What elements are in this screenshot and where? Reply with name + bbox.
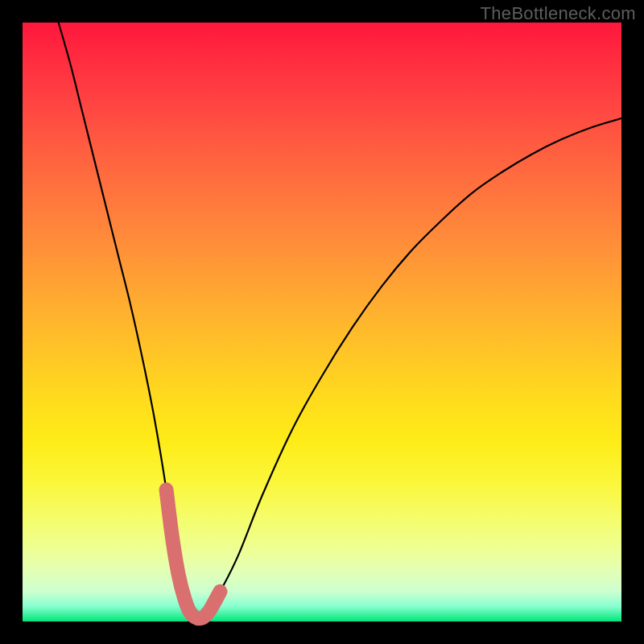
chart-svg xyxy=(23,23,621,621)
bottleneck-curve xyxy=(59,23,621,618)
watermark-text: TheBottleneck.com xyxy=(481,3,636,24)
valley-bump xyxy=(167,489,221,618)
chart-plot-area xyxy=(23,23,621,621)
chart-frame: TheBottleneck.com xyxy=(0,0,644,644)
